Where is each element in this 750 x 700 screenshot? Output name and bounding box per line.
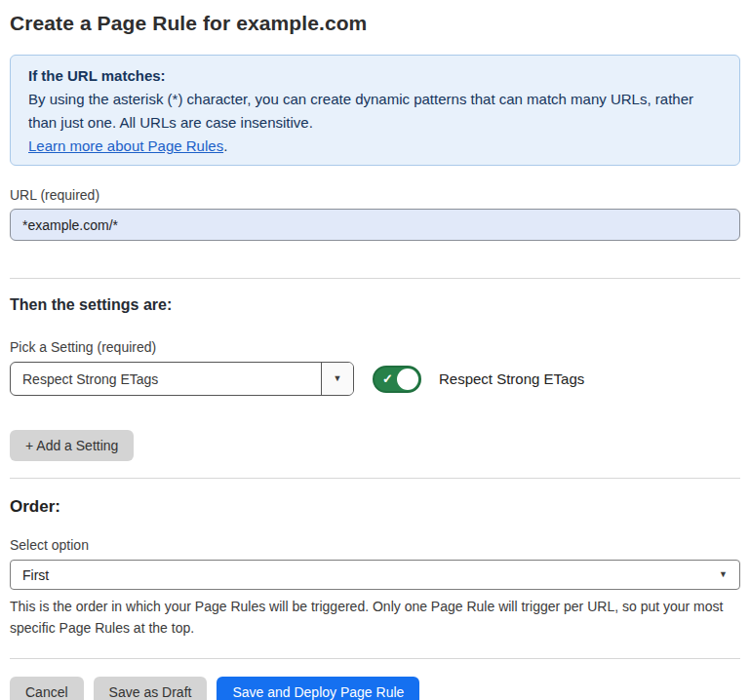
info-box-heading: If the URL matches: bbox=[28, 64, 722, 88]
pick-setting-label: Pick a Setting (required) bbox=[10, 339, 740, 355]
info-box-body: By using the asterisk (*) character, you… bbox=[28, 91, 693, 131]
learn-more-link[interactable]: Learn more about Page Rules bbox=[28, 137, 223, 154]
link-period: . bbox=[223, 137, 227, 154]
page-title: Create a Page Rule for example.com bbox=[10, 12, 740, 35]
settings-section-heading: Then the settings are: bbox=[10, 296, 740, 314]
url-match-info-box: If the URL matches: By using the asteris… bbox=[10, 55, 740, 166]
url-input[interactable] bbox=[10, 209, 740, 241]
divider bbox=[10, 658, 740, 659]
save-draft-button[interactable]: Save as Draft bbox=[94, 677, 208, 700]
chevron-down-icon: ▼ bbox=[334, 374, 342, 383]
check-icon: ✓ bbox=[382, 371, 393, 386]
order-select[interactable]: First ▼ bbox=[10, 560, 740, 590]
save-deploy-button[interactable]: Save and Deploy Page Rule bbox=[217, 677, 419, 700]
toggle-knob bbox=[397, 369, 418, 390]
setting-select-value: Respect Strong ETags bbox=[11, 363, 321, 395]
order-select-value: First bbox=[22, 567, 49, 583]
divider bbox=[10, 278, 740, 279]
url-label: URL (required) bbox=[10, 187, 740, 203]
setting-row: Respect Strong ETags ▼ ✓ Respect Strong … bbox=[10, 362, 740, 396]
add-setting-button[interactable]: + Add a Setting bbox=[10, 430, 134, 461]
footer-actions: Cancel Save as Draft Save and Deploy Pag… bbox=[10, 677, 740, 700]
divider bbox=[10, 478, 740, 479]
setting-select[interactable]: Respect Strong ETags ▼ bbox=[10, 362, 354, 396]
order-help-text: This is the order in which your Page Rul… bbox=[10, 596, 740, 639]
setting-select-arrow-segment[interactable]: ▼ bbox=[321, 363, 353, 395]
chevron-down-icon: ▼ bbox=[719, 570, 728, 579]
cancel-button[interactable]: Cancel bbox=[10, 677, 84, 700]
toggle-label: Respect Strong ETags bbox=[439, 370, 584, 387]
info-link-line: Learn more about Page Rules. bbox=[28, 135, 722, 158]
order-section-heading: Order: bbox=[10, 497, 740, 517]
create-page-rule-form: Create a Page Rule for example.com If th… bbox=[0, 0, 750, 700]
etags-toggle[interactable]: ✓ bbox=[373, 366, 421, 393]
select-option-label: Select option bbox=[10, 537, 740, 553]
